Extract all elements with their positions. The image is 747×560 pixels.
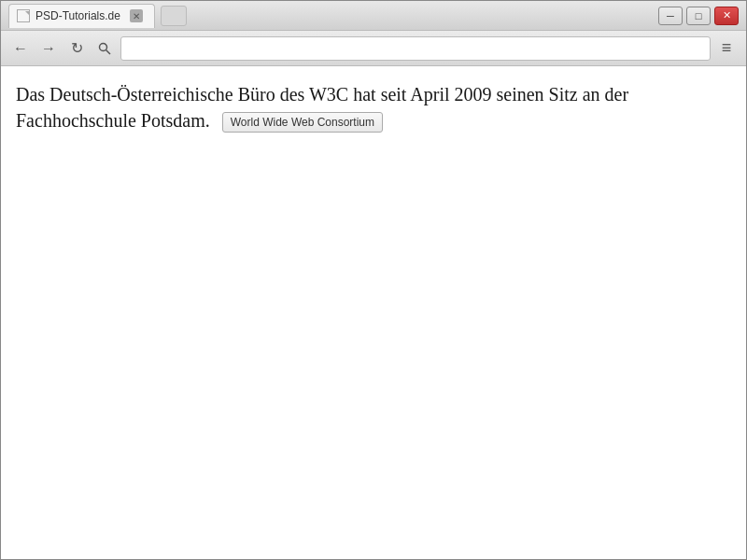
- tab-strip: PSD-Tutorials.de ✕: [8, 4, 658, 28]
- menu-button[interactable]: ≡: [714, 36, 739, 61]
- window-controls: ─ □ ✕: [658, 7, 739, 25]
- address-input[interactable]: [120, 36, 711, 61]
- back-button[interactable]: ←: [8, 36, 33, 61]
- page-content: Das Deutsch-Österreichische Büro des W3C…: [1, 66, 746, 559]
- tab-close-button[interactable]: ✕: [130, 9, 143, 22]
- close-button[interactable]: ✕: [714, 7, 739, 25]
- minimize-button[interactable]: ─: [658, 7, 683, 25]
- maximize-button[interactable]: □: [686, 7, 711, 25]
- tab-label: PSD-Tutorials.de: [35, 9, 120, 22]
- browser-tab[interactable]: PSD-Tutorials.de ✕: [8, 4, 155, 28]
- browser-window: PSD-Tutorials.de ✕ ─ □ ✕ ← → ↻ ≡ Das Deu…: [0, 0, 747, 560]
- new-tab-button[interactable]: [161, 6, 187, 26]
- tab-page-icon: [17, 9, 30, 22]
- reload-button[interactable]: ↻: [64, 36, 89, 61]
- w3c-link-button[interactable]: World Wide Web Consortium: [222, 112, 383, 133]
- navigation-bar: ← → ↻ ≡: [1, 31, 746, 66]
- title-bar: PSD-Tutorials.de ✕ ─ □ ✕: [1, 1, 746, 31]
- search-icon: [98, 42, 111, 55]
- svg-line-1: [106, 49, 111, 54]
- forward-button[interactable]: →: [36, 36, 61, 61]
- main-paragraph: Das Deutsch-Österreichische Büro des W3C…: [16, 81, 731, 133]
- svg-point-0: [100, 43, 107, 50]
- search-icon-button[interactable]: [92, 36, 117, 61]
